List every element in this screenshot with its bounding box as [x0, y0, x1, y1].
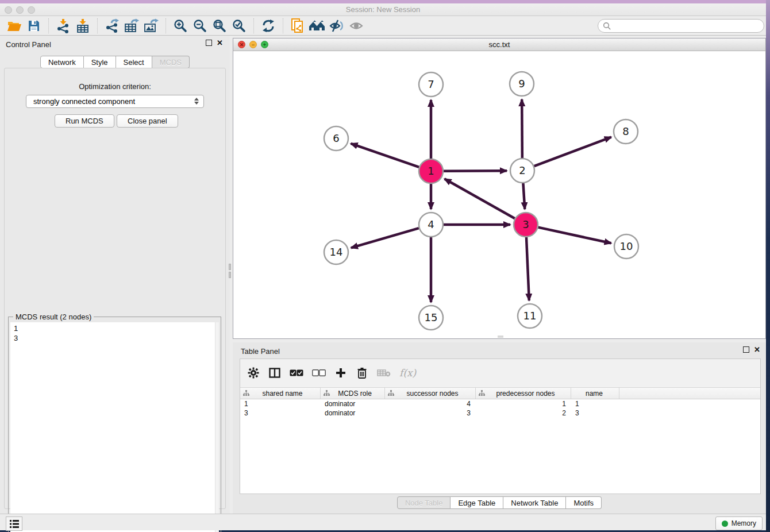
run-mcds-button[interactable]: Run MCDS — [55, 114, 114, 128]
edge-2-3[interactable] — [523, 183, 525, 209]
search-input[interactable] — [614, 22, 764, 30]
sort-hierarchy-icon — [388, 390, 394, 396]
tab-edge-table[interactable]: Edge Table — [451, 496, 503, 509]
save-session-icon[interactable] — [25, 18, 43, 34]
edge-3-1[interactable] — [445, 179, 515, 218]
export-table-icon[interactable] — [123, 18, 140, 34]
network-graph-canvas[interactable]: 7968124314101511 — [233, 51, 765, 338]
show-eye-icon[interactable] — [348, 18, 365, 34]
hide-eye-icon[interactable] — [328, 18, 345, 34]
function-builder-icon[interactable]: f(x) — [399, 365, 416, 380]
zoom-in-icon[interactable] — [172, 18, 189, 34]
edge-1-6[interactable] — [351, 144, 419, 167]
control-panel-title: Control Panel — [6, 40, 51, 49]
node-label-8: 8 — [622, 125, 629, 137]
home-icon[interactable] — [309, 18, 326, 34]
table-toolbar: f(x) — [245, 363, 416, 383]
export-network-icon[interactable] — [103, 18, 121, 34]
table-cell[interactable]: 4 — [385, 399, 476, 408]
zoom-selected-icon[interactable] — [230, 18, 248, 34]
float-panel-icon[interactable] — [743, 346, 749, 353]
window-resize-grip[interactable] — [498, 336, 503, 338]
network-window-title: scc.txt — [233, 40, 765, 49]
optimization-criterion-label: Optimization criterion: — [5, 82, 225, 91]
edge-2-8[interactable] — [534, 137, 611, 167]
node-label-2: 2 — [519, 164, 525, 176]
edge-4-14[interactable] — [351, 228, 419, 248]
column-header-successor-nodes[interactable]: successor nodes — [385, 388, 476, 399]
edge-2-9[interactable] — [522, 99, 522, 158]
import-table-icon[interactable] — [74, 18, 91, 34]
search-box[interactable] — [598, 19, 764, 33]
node-label-1: 1 — [428, 165, 434, 177]
column-header-predecessor-nodes[interactable]: predecessor nodes — [476, 388, 571, 399]
table-cell[interactable]: 1 — [571, 399, 619, 408]
close-panel-icon[interactable]: ✕ — [217, 40, 223, 46]
table-row[interactable]: 1dominator411 — [240, 399, 760, 408]
table-cell[interactable]: 3 — [240, 408, 321, 418]
table-cell[interactable]: 3 — [571, 408, 619, 418]
select-all-icon[interactable] — [290, 365, 303, 380]
tab-node-table[interactable]: Node Table — [397, 496, 451, 509]
zoom-fit-icon[interactable] — [211, 18, 228, 34]
tab-mcds[interactable]: MCDS — [152, 56, 190, 68]
tab-style[interactable]: Style — [84, 56, 116, 68]
delete-icon[interactable] — [356, 365, 368, 380]
task-history-button[interactable] — [6, 516, 22, 531]
tab-network-table[interactable]: Network Table — [503, 496, 566, 509]
application-window: Session: New Session — [0, 3, 766, 530]
node-table-container: f(x) shared nameMCDS rolesuccessor nodes… — [240, 358, 761, 494]
main-toolbar — [0, 16, 766, 36]
deselect-all-icon[interactable] — [312, 365, 326, 380]
network-view-window: ✕ − + scc.txt 7968124314101511 — [233, 38, 766, 339]
zoom-out-icon[interactable] — [191, 18, 209, 34]
column-header-shared-name[interactable]: shared name — [240, 388, 321, 399]
divider-grip[interactable] — [229, 264, 231, 270]
status-bar: Memory — [0, 514, 766, 530]
desktop-background-right — [766, 0, 770, 532]
network-document-icon[interactable] — [289, 18, 306, 34]
node-label-6: 6 — [333, 132, 339, 144]
delete-table-icon[interactable] — [377, 365, 391, 380]
columns-icon[interactable] — [268, 365, 281, 380]
table-panel: Table Panel ✕ — [233, 342, 766, 514]
table-cell[interactable]: 2 — [476, 408, 571, 418]
table-row[interactable]: 3dominator323 — [240, 408, 760, 418]
close-panel-icon[interactable]: ✕ — [754, 346, 760, 353]
table-cell[interactable]: dominator — [321, 399, 385, 408]
toolbar-separator — [97, 18, 98, 33]
add-icon[interactable] — [334, 365, 347, 380]
tab-motifs[interactable]: Motifs — [566, 496, 602, 509]
edge-3-11[interactable] — [526, 237, 529, 300]
table-cell[interactable]: 1 — [240, 399, 321, 408]
mcds-result-text[interactable]: 13 — [10, 322, 219, 532]
table-cell[interactable]: dominator — [321, 408, 385, 418]
tab-network[interactable]: Network — [40, 56, 84, 68]
optimization-criterion-select[interactable]: strongly connected component — [26, 95, 204, 108]
edge-3-10[interactable] — [538, 228, 611, 244]
float-panel-icon[interactable] — [206, 40, 212, 46]
network-window-titlebar[interactable]: ✕ − + scc.txt — [233, 38, 765, 51]
sort-hierarchy-icon — [479, 390, 485, 396]
divider-grip[interactable] — [229, 272, 231, 278]
window-titlebar[interactable]: Session: New Session — [0, 3, 766, 16]
table-cell[interactable]: 1 — [476, 399, 571, 408]
column-header-name[interactable]: name — [571, 388, 619, 399]
export-image-icon[interactable] — [143, 18, 160, 34]
table-cell[interactable]: 3 — [385, 408, 476, 418]
result-scrollbar[interactable] — [215, 322, 219, 532]
optimization-criterion-value: strongly connected component — [33, 97, 135, 106]
gear-icon[interactable] — [247, 365, 260, 380]
table-panel-tabs: Node TableEdge TableNetwork TableMotifs — [233, 496, 766, 509]
toolbar-separator — [253, 18, 254, 33]
refresh-layout-icon[interactable] — [260, 18, 277, 34]
control-panel: Control Panel ✕ NetworkStyleSelectMCDS O… — [0, 36, 230, 514]
open-session-icon[interactable] — [6, 18, 23, 34]
edge-1-2[interactable] — [444, 171, 507, 171]
control-panel-tabs: NetworkStyleSelectMCDS — [0, 56, 230, 68]
import-network-icon[interactable] — [55, 18, 72, 34]
column-header-MCDS-role[interactable]: MCDS role — [321, 388, 385, 399]
close-panel-button[interactable]: Close panel — [117, 114, 178, 128]
tab-select[interactable]: Select — [116, 56, 152, 68]
memory-button[interactable]: Memory — [715, 516, 763, 530]
